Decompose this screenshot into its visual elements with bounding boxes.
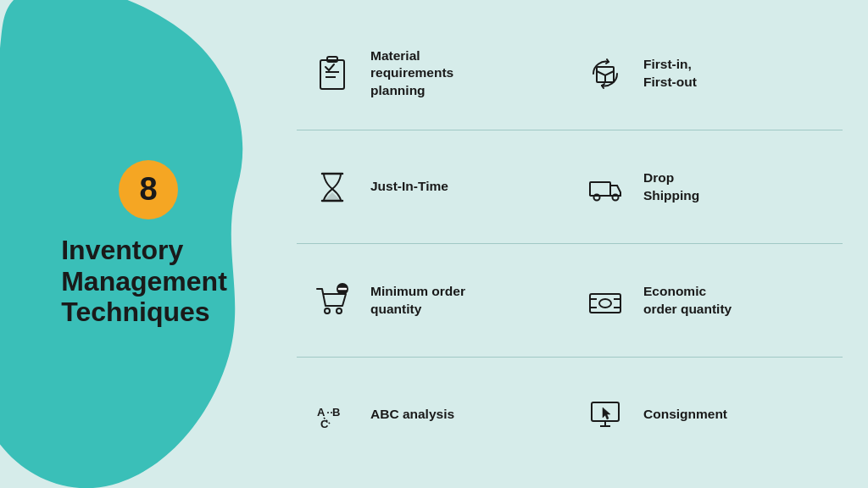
svg-point-17 [599, 299, 611, 308]
item-mrp: Materialrequirementsplanning [297, 17, 570, 130]
title-line1: Inventory [61, 235, 183, 265]
svg-text:B: B [332, 406, 340, 419]
cart-minus-icon [309, 278, 355, 324]
svg-rect-8 [590, 182, 610, 196]
svg-point-12 [325, 308, 330, 313]
left-panel: 8 Inventory Management Techniques [17, 0, 263, 488]
number-badge: 8 [119, 160, 178, 219]
truck-icon [582, 164, 628, 210]
svg-text:A: A [317, 406, 326, 419]
item-fifo: First-in,First-out [570, 17, 843, 130]
content-grid: Materialrequirementsplanning First-in,Fi… [280, 0, 868, 488]
hourglass-icon [309, 164, 355, 210]
item-jit-label: Just-In-Time [370, 178, 448, 195]
item-jit: Just-In-Time [297, 130, 570, 244]
title-line3: Techniques [61, 297, 209, 327]
item-consignment-label: Consignment [643, 406, 727, 423]
svg-text:C: C [320, 418, 329, 430]
clipboard-check-icon [309, 51, 355, 97]
item-moq: Minimum orderquantity [297, 244, 570, 358]
item-drop-shipping-label: DropShipping [643, 169, 699, 203]
item-moq-label: Minimum orderquantity [370, 283, 465, 317]
title-line2: Management [61, 266, 227, 297]
abc-icon: A B C [309, 391, 355, 437]
box-cycle-icon [582, 51, 628, 97]
item-consignment: Consignment [570, 358, 843, 471]
item-eoq: Economicorder quantity [570, 244, 843, 358]
svg-rect-16 [590, 294, 620, 313]
svg-point-13 [337, 308, 342, 313]
money-icon [582, 278, 628, 324]
title-text: Inventory Management Techniques [53, 235, 227, 328]
item-mrp-label: Materialrequirementsplanning [370, 47, 453, 98]
monitor-cursor-icon [582, 391, 628, 437]
svg-rect-0 [320, 60, 344, 89]
item-abc: A B C ABC analysis [297, 358, 570, 471]
item-eoq-label: Economicorder quantity [643, 283, 732, 317]
item-drop-shipping: DropShipping [570, 130, 843, 244]
badge-number: 8 [139, 171, 157, 208]
item-fifo-label: First-in,First-out [643, 56, 697, 90]
item-abc-label: ABC analysis [370, 406, 454, 423]
